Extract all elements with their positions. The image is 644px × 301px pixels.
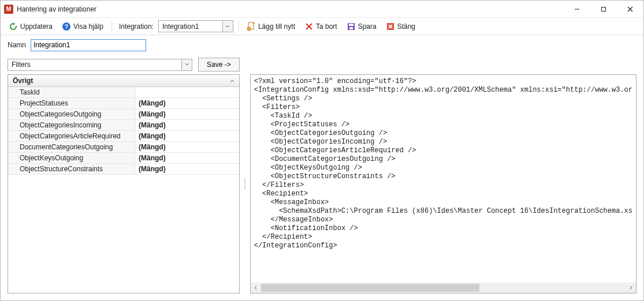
name-input[interactable]	[31, 39, 146, 51]
save-icon	[347, 22, 356, 31]
property-value[interactable]	[135, 87, 239, 97]
property-row[interactable]: TaskId	[8, 87, 239, 98]
refresh-button[interactable]: Uppdatera	[5, 21, 56, 32]
property-key: ObjectStructureConstraints	[8, 164, 135, 174]
group-header-label: Övrigt	[13, 77, 33, 85]
property-value[interactable]: (Mängd)	[135, 142, 239, 152]
close-button[interactable]	[617, 1, 643, 17]
property-key: ObjectCategoriesOutgoing	[8, 109, 135, 119]
scroll-right-icon[interactable]	[626, 283, 636, 293]
delete-label: Ta bort	[316, 22, 337, 31]
xml-viewer[interactable]: <?xml version="1.0" encoding="utf-16"?> …	[251, 75, 636, 283]
close-tool-button[interactable]: Stäng	[382, 21, 419, 32]
name-label: Namn	[8, 41, 26, 49]
integration-combo[interactable]: Integration1	[158, 20, 233, 32]
property-key: ObjectKeysOutgoing	[8, 153, 135, 163]
toolbar-separator	[111, 21, 112, 32]
property-row[interactable]: ObjectCategoriesIncoming(Mängd)	[8, 120, 239, 131]
delete-button[interactable]: Ta bort	[301, 21, 341, 32]
filters-combo-value: Filters	[8, 61, 181, 69]
toolbar: Uppdatera ? Visa hjälp Integration: Inte…	[1, 18, 643, 35]
property-value[interactable]: (Mängd)	[135, 164, 239, 174]
property-value[interactable]: (Mängd)	[135, 98, 239, 108]
close-tool-icon	[386, 22, 395, 31]
maximize-button[interactable]	[590, 1, 617, 17]
scroll-left-icon[interactable]	[251, 283, 261, 293]
svg-rect-13	[349, 24, 353, 26]
filters-row: Filters Save ->	[1, 55, 643, 74]
maximize-icon	[601, 6, 606, 12]
titlebar: M Hantering av integrationer	[1, 1, 643, 18]
svg-text:?: ?	[65, 24, 68, 30]
property-row[interactable]: DocumentCategoriesOutgoing(Mängd)	[8, 142, 239, 153]
main-area: Övrigt TaskIdProjectStatuses(Mängd)Objec…	[1, 74, 643, 300]
group-header[interactable]: Övrigt	[8, 75, 239, 87]
save-label: Spara	[358, 22, 377, 31]
add-new-label: Lägg till nytt	[258, 22, 295, 31]
add-new-button[interactable]: Lägg till nytt	[243, 21, 299, 32]
property-row[interactable]: ProjectStatuses(Mängd)	[8, 98, 239, 109]
scrollbar-track[interactable]	[261, 283, 626, 293]
help-icon: ?	[62, 22, 71, 31]
minimize-icon	[574, 6, 580, 12]
chevron-down-icon[interactable]	[222, 21, 233, 32]
horizontal-scrollbar[interactable]	[251, 283, 636, 293]
integration-label: Integration:	[117, 22, 156, 31]
property-key: TaskId	[8, 87, 135, 97]
close-icon	[627, 6, 633, 12]
property-value[interactable]: (Mängd)	[135, 131, 239, 141]
delete-icon	[304, 22, 314, 31]
chevron-up-icon	[230, 77, 234, 85]
svg-rect-1	[602, 7, 606, 11]
property-grid: Övrigt TaskIdProjectStatuses(Mängd)Objec…	[8, 74, 240, 294]
save-button[interactable]: Spara	[343, 21, 380, 32]
xml-panel: <?xml version="1.0" encoding="utf-16"?> …	[250, 74, 636, 294]
scrollbar-thumb[interactable]	[261, 284, 480, 292]
add-new-icon	[247, 22, 256, 31]
property-key: ProjectStatuses	[8, 98, 135, 108]
property-key: ObjectCategoriesIncoming	[8, 120, 135, 130]
refresh-icon	[9, 22, 18, 31]
property-list: TaskIdProjectStatuses(Mängd)ObjectCatego…	[8, 87, 239, 293]
integration-combo-value: Integration1	[159, 22, 222, 31]
svg-rect-14	[349, 27, 353, 29]
window-title: Hantering av integrationer	[17, 5, 564, 13]
minimize-button[interactable]	[564, 1, 590, 17]
name-row: Namn	[1, 35, 643, 55]
property-row[interactable]: ObjectStructureConstraints(Mängd)	[8, 164, 239, 175]
app-icon: M	[4, 5, 13, 14]
window-buttons	[564, 1, 643, 17]
property-row[interactable]: ObjectKeysOutgoing(Mängd)	[8, 153, 239, 164]
property-value[interactable]: (Mängd)	[135, 120, 239, 130]
toolbar-separator	[238, 21, 239, 32]
save-arrow-button[interactable]: Save ->	[198, 58, 240, 72]
property-row[interactable]: ObjectCategoriesOutgoing(Mängd)	[8, 109, 239, 120]
property-key: DocumentCategoriesOutgoing	[8, 142, 135, 152]
refresh-label: Uppdatera	[20, 22, 53, 31]
property-value[interactable]: (Mängd)	[135, 153, 239, 163]
window: M Hantering av integrationer Uppdatera ?	[0, 0, 644, 301]
chevron-down-icon[interactable]	[181, 59, 192, 70]
filters-combo[interactable]: Filters	[8, 59, 192, 71]
property-value[interactable]: (Mängd)	[135, 109, 239, 119]
close-tool-label: Stäng	[397, 22, 415, 31]
property-key: ObjectCategoriesArticleRequired	[8, 131, 135, 141]
property-row[interactable]: ObjectCategoriesArticleRequired(Mängd)	[8, 131, 239, 142]
splitter[interactable]	[243, 74, 247, 294]
help-label: Visa hjälp	[73, 22, 103, 31]
help-button[interactable]: ? Visa hjälp	[58, 21, 107, 32]
